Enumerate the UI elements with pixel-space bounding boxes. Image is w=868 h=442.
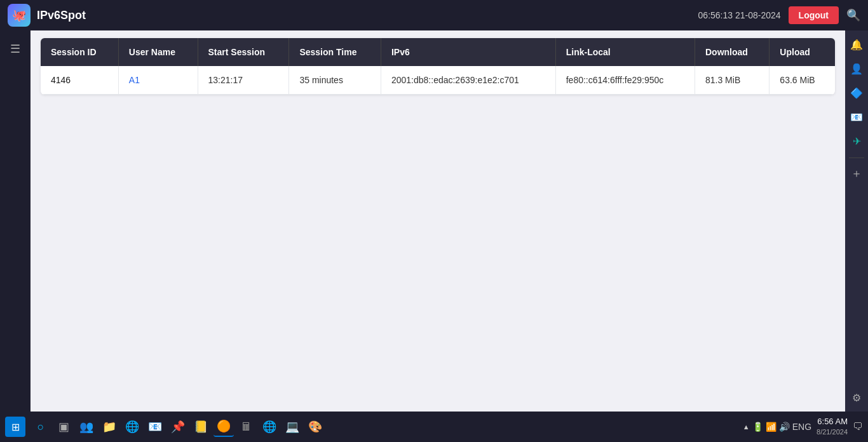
content-area: Session ID User Name Start Session Sessi… (31, 30, 845, 412)
app-logo: 🐙 (8, 4, 31, 27)
col-start-session: Start Session (198, 38, 289, 66)
hamburger-menu[interactable]: ☰ (6, 38, 24, 60)
vscode[interactable]: 💻 (282, 417, 302, 437)
mail-app[interactable]: 📧 (145, 417, 165, 437)
chevron-up-icon[interactable]: ▲ (743, 423, 750, 431)
calculator[interactable]: 🖩 (236, 417, 257, 437)
table-row: 4146A113:21:1735 minutes2001:db8::edac:2… (41, 66, 835, 95)
col-download: Download (695, 38, 769, 66)
col-ipv6: IPv6 (381, 38, 555, 66)
onenote[interactable]: 📒 (191, 417, 211, 437)
search-icon[interactable]: 🔍 (846, 8, 860, 22)
task-view[interactable]: ▣ (53, 417, 74, 437)
ie-browser[interactable]: 🌐 (259, 417, 280, 437)
active-app[interactable]: 🟠 (214, 417, 234, 437)
col-user-name: User Name (118, 38, 198, 66)
table-body: 4146A113:21:1735 minutes2001:db8::edac:2… (41, 66, 835, 95)
email-icon[interactable]: 📧 (848, 108, 865, 126)
topbar-right: 06:56:13 21-08-2024 Logout 🔍 (698, 6, 860, 24)
cell-upload: 63.6 MiB (770, 66, 835, 95)
cell-download: 81.3 MiB (695, 66, 769, 95)
paint[interactable]: 🎨 (305, 417, 325, 437)
topbar-left: 🐙 IPv6Spot (8, 4, 86, 27)
lang-indicator: ENG (792, 422, 811, 432)
sidebar-divider (849, 157, 864, 158)
sessions-table: Session ID User Name Start Session Sessi… (41, 38, 835, 95)
main-layout: ☰ Session ID User Name Start Session Ses… (0, 30, 868, 412)
table-header-row: Session ID User Name Start Session Sessi… (41, 38, 835, 66)
sidebar-right: 🔔 👤 🔷 📧 ✈ ＋ ⚙ (845, 30, 868, 412)
send-icon[interactable]: ✈ (848, 132, 865, 150)
taskbar-clock[interactable]: 6:56 AM 8/21/2024 (817, 416, 848, 438)
topbar: 🐙 IPv6Spot 06:56:13 21-08-2024 Logout 🔍 (0, 0, 868, 30)
col-upload: Upload (770, 38, 835, 66)
cell-user_name: A1 (118, 66, 198, 95)
sticky-notes[interactable]: 📌 (168, 417, 188, 437)
clock-time: 6:56 AM (817, 416, 848, 427)
volume-icon[interactable]: 🔊 (779, 422, 790, 432)
sessions-table-container: Session ID User Name Start Session Sessi… (41, 38, 835, 95)
start-button[interactable]: ⊞ (5, 417, 25, 437)
app-icon-1[interactable]: 🔷 (848, 84, 865, 102)
system-tray: ▲ 🔋 📶 🔊 ENG (743, 422, 811, 432)
cell-start_session: 13:21:17 (198, 66, 289, 95)
datetime: 06:56:13 21-08-2024 (698, 10, 781, 20)
col-session-time: Session Time (289, 38, 381, 66)
notifications-bell[interactable]: 🗨 (853, 421, 863, 432)
clock-date: 8/21/2024 (817, 427, 848, 437)
user-icon[interactable]: 👤 (848, 60, 865, 77)
notifications-icon[interactable]: 🔔 (848, 36, 865, 53)
battery-icon: 🔋 (752, 422, 763, 432)
app-title: IPv6Spot (37, 9, 86, 22)
network-icon: 📶 (766, 422, 776, 432)
settings-icon[interactable]: ⚙ (852, 392, 861, 404)
col-link-local: Link-Local (555, 38, 695, 66)
add-icon[interactable]: ＋ (851, 166, 862, 181)
file-explorer[interactable]: 📁 (99, 417, 119, 437)
logout-button[interactable]: Logout (789, 6, 839, 24)
sidebar-left: ☰ (0, 30, 31, 412)
cell-link_local: fe80::c614:6fff:fe29:950c (555, 66, 695, 95)
people-icon[interactable]: 👥 (76, 417, 97, 437)
cell-ipv6: 2001:db8::edac:2639:e1e2:c701 (381, 66, 555, 95)
edge-browser[interactable]: 🌐 (122, 417, 142, 437)
search-taskbar[interactable]: ○ (31, 417, 51, 437)
cell-session_id: 4146 (41, 66, 118, 95)
col-session-id: Session ID (41, 38, 118, 66)
cell-session_time: 35 minutes (289, 66, 381, 95)
taskbar: ⊞ ○ ▣ 👥 📁 🌐 📧 📌 📒 🟠 🖩 🌐 💻 🎨 ▲ 🔋 📶 🔊 ENG … (0, 412, 868, 442)
taskbar-right: ▲ 🔋 📶 🔊 ENG 6:56 AM 8/21/2024 🗨 (743, 416, 863, 438)
